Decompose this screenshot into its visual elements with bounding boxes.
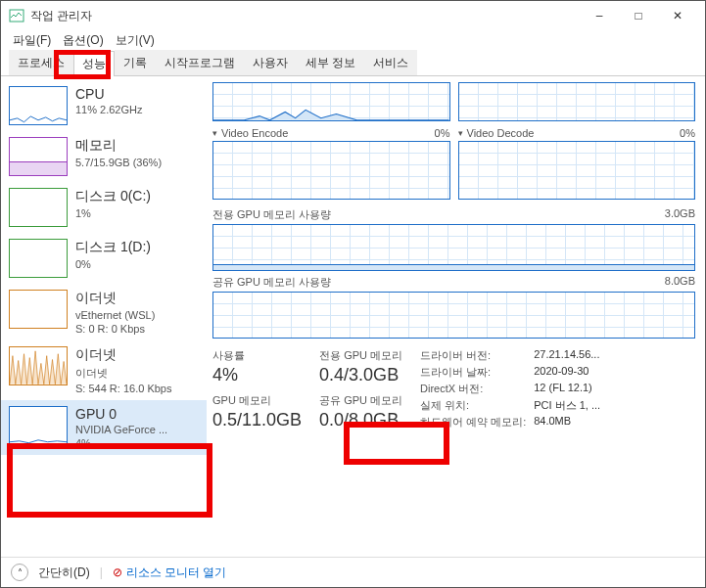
driver-ver-value: 27.21.14.56... [534, 348, 600, 363]
sidebar-item-ethernet0[interactable]: 이더넷 vEthernet (WSL) S: 0 R: 0 Kbps [1, 284, 207, 340]
memory-sub: 5.7/15.9GB (36%) [75, 157, 162, 168]
maximize-button[interactable]: □ [619, 2, 658, 29]
gpu0-thumbnail [9, 406, 68, 445]
ethernet1-sub2: S: 544 R: 16.0 Kbps [75, 383, 171, 394]
stats-block: 사용률 4% GPU 메모리 0.5/11.0GB 전용 GPU 메모리 0.4… [212, 348, 695, 430]
dedicated-mem-label: 전용 GPU 메모리 사용량 [212, 207, 665, 222]
detail-pane: ▾ Video Encode 0% ▾ Video Decode 0% 전용 G… [207, 76, 705, 556]
chevron-up-icon: ˄ [18, 567, 23, 578]
chart-3d [212, 82, 450, 121]
sidebar-item-gpu0[interactable]: GPU 0 NVIDIA GeForce ... 4% [1, 400, 207, 455]
location-label: 실제 위치: [420, 398, 526, 413]
dedicated-mem-header: 전용 GPU 메모리 사용량 3.0GB [212, 204, 695, 224]
memory-label: 메모리 [75, 137, 162, 155]
driver-info: 드라이버 버전: 27.21.14.56... 드라이버 날짜: 2020-09… [420, 348, 600, 430]
gpu0-sub1: NVIDIA GeForce ... [75, 424, 167, 435]
prohibit-icon: ⊘ [113, 565, 122, 579]
menubar: 파일(F) 옵션(O) 보기(V) [1, 30, 705, 50]
disk0-thumbnail [9, 188, 68, 227]
tab-history[interactable]: 기록 [115, 50, 156, 75]
ethernet1-label: 이더넷 [75, 346, 171, 364]
tab-services[interactable]: 서비스 [364, 50, 417, 75]
tab-startup[interactable]: 시작프로그램 [156, 50, 244, 75]
menu-options[interactable]: 옵션(O) [59, 30, 107, 51]
sidebar-item-cpu[interactable]: CPU 11% 2.62GHz [1, 80, 207, 131]
resource-monitor-link[interactable]: ⊘ 리소스 모니터 열기 [113, 565, 227, 581]
video-encode-header[interactable]: ▾ Video Encode 0% [212, 125, 450, 141]
tabbar: 프로세스 성능 기록 시작프로그램 사용자 세부 정보 서비스 [1, 50, 705, 76]
collapse-button[interactable]: ˄ [11, 564, 28, 581]
shared-mem-header: 공유 GPU 메모리 사용량 8.0GB [212, 271, 695, 292]
tab-performance[interactable]: 성능 [73, 51, 115, 76]
main-area: CPU 11% 2.62GHz 메모리 5.7/15.9GB (36%) 디스크… [1, 76, 705, 556]
shared-mem-stat-label: 공유 GPU 메모리 [319, 393, 402, 408]
video-decode-pct: 0% [680, 127, 695, 139]
ethernet0-thumbnail [9, 290, 68, 329]
ethernet0-label: 이더넷 [75, 290, 155, 307]
sidebar-item-disk0[interactable]: 디스크 0(C:) 1% [1, 182, 207, 233]
directx-value: 12 (FL 12.1) [534, 382, 600, 396]
tab-users[interactable]: 사용자 [244, 50, 297, 75]
shared-mem-stat-value: 0.0/8.0GB [319, 410, 402, 430]
gpu-mem-value: 0.5/11.0GB [212, 410, 302, 430]
menu-view[interactable]: 보기(V) [112, 30, 159, 51]
sidebar[interactable]: CPU 11% 2.62GHz 메모리 5.7/15.9GB (36%) 디스크… [1, 76, 207, 556]
ethernet0-sub2: S: 0 R: 0 Kbps [75, 323, 155, 335]
memory-thumbnail [9, 137, 68, 176]
chevron-down-icon: ▾ [212, 128, 217, 138]
sidebar-item-ethernet1[interactable]: 이더넷 이더넷 S: 544 R: 16.0 Kbps [1, 340, 207, 400]
directx-label: DirectX 버전: [420, 382, 526, 396]
chevron-down-icon: ▾ [458, 128, 463, 138]
disk1-label: 디스크 1(D:) [75, 239, 151, 256]
gpu-mem-label: GPU 메모리 [212, 393, 302, 408]
tab-details[interactable]: 세부 정보 [297, 50, 364, 75]
sidebar-item-disk1[interactable]: 디스크 1(D:) 0% [1, 233, 207, 284]
shared-mem-label: 공유 GPU 메모리 사용량 [212, 275, 665, 290]
video-encode-label: Video Encode [221, 127, 435, 139]
menu-file[interactable]: 파일(F) [9, 30, 55, 51]
minimize-button[interactable]: – [580, 2, 619, 29]
reserved-label: 하드웨어 예약 메모리: [420, 415, 526, 430]
location-value: PCI 버스 1, ... [534, 398, 600, 413]
dedicated-mem-max: 3.0GB [665, 207, 695, 222]
divider: | [100, 565, 103, 579]
footer: ˄ 간단히(D) | ⊘ 리소스 모니터 열기 [1, 557, 705, 587]
video-decode-label: Video Decode [467, 127, 681, 139]
dedicated-mem-stat-label: 전용 GPU 메모리 [319, 348, 402, 363]
tab-processes[interactable]: 프로세스 [9, 50, 73, 75]
driver-ver-label: 드라이버 버전: [420, 348, 526, 363]
usage-label: 사용률 [212, 348, 302, 363]
window-title: 작업 관리자 [30, 8, 580, 24]
shared-mem-max: 8.0GB [665, 275, 695, 290]
ethernet1-thumbnail [9, 346, 68, 385]
disk1-sub: 0% [75, 258, 151, 270]
reserved-value: 84.0MB [534, 415, 600, 430]
disk0-label: 디스크 0(C:) [75, 188, 151, 205]
cpu-sub: 11% 2.62GHz [75, 104, 142, 115]
gpu0-sub2: 4% [75, 437, 167, 449]
close-button[interactable]: ✕ [658, 2, 697, 29]
chart-video-decode [458, 141, 696, 200]
gpu0-label: GPU 0 [75, 406, 167, 422]
titlebar: 작업 관리자 – □ ✕ [1, 1, 705, 30]
video-encode-pct: 0% [435, 127, 450, 139]
resource-monitor-label: 리소스 모니터 열기 [126, 565, 227, 581]
disk0-sub: 1% [75, 207, 151, 219]
ethernet1-sub1: 이더넷 [75, 366, 171, 381]
sidebar-item-memory[interactable]: 메모리 5.7/15.9GB (36%) [1, 131, 207, 182]
chart-dedicated-mem [212, 224, 695, 271]
cpu-label: CPU [75, 86, 142, 102]
brief-button[interactable]: 간단히(D) [38, 565, 90, 581]
chart-video-encode [212, 141, 450, 200]
cpu-thumbnail [9, 86, 68, 125]
driver-date-value: 2020-09-30 [534, 365, 600, 380]
chart-copy [458, 82, 696, 121]
ethernet0-sub1: vEthernet (WSL) [75, 309, 155, 321]
driver-date-label: 드라이버 날짜: [420, 365, 526, 380]
chart-shared-mem [212, 292, 695, 339]
disk1-thumbnail [9, 239, 68, 278]
dedicated-mem-stat-value: 0.4/3.0GB [319, 365, 402, 385]
usage-value: 4% [212, 365, 302, 385]
video-decode-header[interactable]: ▾ Video Decode 0% [458, 125, 696, 141]
app-icon [9, 8, 24, 23]
